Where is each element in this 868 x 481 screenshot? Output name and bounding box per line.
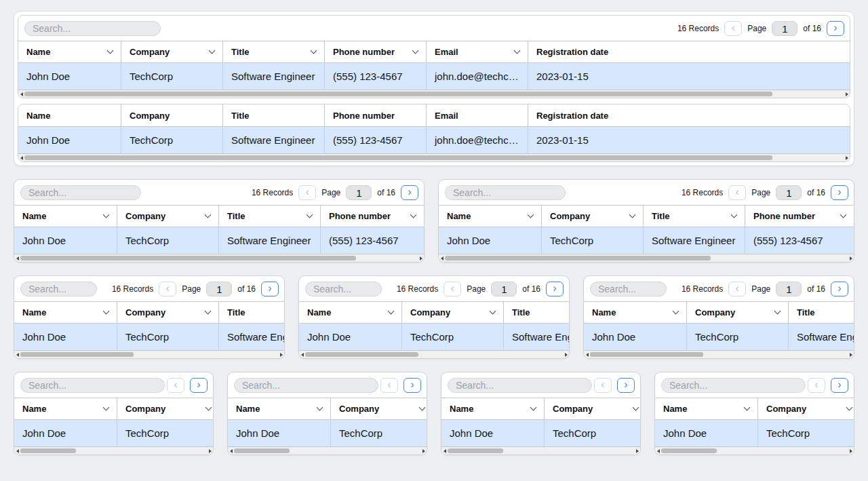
search-input[interactable] bbox=[305, 282, 382, 296]
column-header-phone[interactable]: Phone number bbox=[321, 206, 424, 227]
column-header-registration-date[interactable]: Registration date bbox=[528, 104, 850, 126]
scrollbar-thumb[interactable] bbox=[24, 92, 772, 96]
scrollbar-thumb[interactable] bbox=[20, 448, 76, 453]
search-input[interactable] bbox=[661, 378, 806, 393]
column-header-email[interactable]: Email bbox=[427, 41, 528, 62]
scrollbar-left-arrow[interactable] bbox=[299, 351, 305, 358]
column-header-title[interactable]: Title bbox=[219, 302, 284, 323]
column-header-registration-date[interactable]: Registration date bbox=[528, 41, 850, 62]
prev-page-button[interactable]: ‹ bbox=[728, 185, 746, 200]
column-header-company[interactable]: Company bbox=[687, 302, 789, 323]
column-header-phone[interactable]: Phone number bbox=[745, 206, 854, 227]
page-input[interactable] bbox=[346, 185, 372, 200]
column-header-name[interactable]: Name bbox=[439, 206, 542, 227]
column-header-title[interactable]: Title bbox=[504, 302, 569, 323]
table-row[interactable]: John Doe TechCorp Software Engineer bbox=[584, 324, 854, 351]
scrollbar-left-arrow[interactable] bbox=[441, 447, 448, 455]
scrollbar-right-arrow[interactable] bbox=[848, 447, 854, 455]
column-header-company[interactable]: Company bbox=[117, 206, 219, 227]
next-page-button[interactable]: › bbox=[403, 378, 421, 393]
h-scrollbar[interactable] bbox=[18, 90, 850, 98]
column-header-phone[interactable]: Phone number bbox=[325, 104, 427, 126]
scrollbar-right-arrow[interactable] bbox=[420, 447, 427, 455]
scrollbar-right-arrow[interactable] bbox=[848, 351, 854, 358]
scrollbar-right-arrow[interactable] bbox=[634, 447, 640, 455]
page-input[interactable] bbox=[776, 282, 802, 296]
table-row[interactable]: John Doe TechCorp bbox=[228, 420, 427, 447]
scrollbar-thumb[interactable] bbox=[24, 155, 772, 160]
prev-page-button[interactable]: ‹ bbox=[298, 185, 316, 200]
search-input[interactable] bbox=[590, 282, 667, 296]
next-page-button[interactable]: › bbox=[827, 21, 844, 36]
scrollbar-left-arrow[interactable] bbox=[584, 351, 590, 358]
search-input[interactable] bbox=[20, 378, 165, 393]
page-input[interactable] bbox=[206, 282, 232, 296]
scrollbar-thumb[interactable] bbox=[234, 448, 290, 453]
scrollbar-left-arrow[interactable] bbox=[439, 254, 445, 262]
scrollbar-thumb[interactable] bbox=[20, 256, 356, 261]
page-input[interactable] bbox=[491, 282, 517, 296]
table-row[interactable]: John Doe TechCorp Software Engineer (555… bbox=[439, 227, 854, 254]
prev-page-button[interactable]: ‹ bbox=[728, 282, 746, 296]
table-row[interactable]: John Doe TechCorp bbox=[14, 420, 213, 447]
scrollbar-left-arrow[interactable] bbox=[14, 447, 20, 455]
next-page-button[interactable]: › bbox=[261, 282, 279, 296]
next-page-button[interactable]: › bbox=[831, 282, 848, 296]
column-header-company[interactable]: Company bbox=[331, 398, 427, 419]
search-input[interactable] bbox=[445, 185, 566, 200]
column-header-name[interactable]: Name bbox=[299, 302, 402, 323]
search-input[interactable] bbox=[20, 282, 97, 296]
next-page-button[interactable]: › bbox=[546, 282, 564, 296]
scrollbar-right-arrow[interactable] bbox=[207, 447, 213, 455]
h-scrollbar[interactable] bbox=[299, 351, 569, 358]
table-row[interactable]: John Doe TechCorp Software Engineer (555… bbox=[18, 63, 850, 90]
scrollbar-thumb[interactable] bbox=[445, 256, 711, 261]
h-scrollbar[interactable] bbox=[14, 351, 284, 358]
page-input[interactable] bbox=[772, 21, 797, 36]
column-header-name[interactable]: Name bbox=[584, 302, 687, 323]
column-header-phone[interactable]: Phone number bbox=[325, 41, 427, 62]
next-page-button[interactable]: › bbox=[831, 378, 848, 393]
table-row[interactable]: John Doe TechCorp Software Engineer (555… bbox=[14, 227, 424, 254]
prev-page-button[interactable]: ‹ bbox=[443, 282, 461, 296]
next-page-button[interactable]: › bbox=[190, 378, 208, 393]
table-row[interactable]: John Doe TechCorp bbox=[655, 420, 854, 447]
column-header-company[interactable]: Company bbox=[402, 302, 504, 323]
h-scrollbar[interactable] bbox=[14, 254, 424, 262]
scrollbar-left-arrow[interactable] bbox=[18, 154, 24, 161]
column-header-name[interactable]: Name bbox=[18, 41, 121, 62]
prev-page-button[interactable]: ‹ bbox=[167, 378, 184, 393]
scrollbar-thumb[interactable] bbox=[448, 448, 503, 453]
search-input[interactable] bbox=[234, 378, 378, 393]
prev-page-button[interactable]: ‹ bbox=[724, 21, 742, 36]
scrollbar-right-arrow[interactable] bbox=[278, 351, 284, 358]
scrollbar-thumb[interactable] bbox=[20, 352, 134, 357]
next-page-button[interactable]: › bbox=[831, 185, 848, 200]
column-header-title[interactable]: Title bbox=[223, 41, 325, 62]
table-row[interactable]: John Doe TechCorp Software Engineer bbox=[14, 324, 284, 351]
table-row[interactable]: John Doe TechCorp Software Engineer bbox=[299, 324, 569, 351]
column-header-name[interactable]: Name bbox=[14, 206, 117, 227]
h-scrollbar[interactable] bbox=[439, 254, 854, 262]
scrollbar-right-arrow[interactable] bbox=[563, 351, 569, 358]
scrollbar-right-arrow[interactable] bbox=[844, 90, 850, 98]
column-header-title[interactable]: Title bbox=[789, 302, 854, 323]
scrollbar-right-arrow[interactable] bbox=[418, 254, 424, 262]
prev-page-button[interactable]: ‹ bbox=[159, 282, 176, 296]
scrollbar-left-arrow[interactable] bbox=[14, 254, 20, 262]
scrollbar-thumb[interactable] bbox=[590, 352, 703, 357]
next-page-button[interactable]: › bbox=[401, 185, 418, 200]
column-header-company[interactable]: Company bbox=[121, 104, 223, 126]
column-header-name[interactable]: Name bbox=[441, 398, 545, 419]
search-input[interactable] bbox=[20, 185, 141, 200]
column-header-title[interactable]: Title bbox=[219, 206, 321, 227]
column-header-name[interactable]: Name bbox=[655, 398, 758, 419]
column-header-name[interactable]: Name bbox=[14, 398, 117, 419]
prev-page-button[interactable]: ‹ bbox=[380, 378, 398, 393]
prev-page-button[interactable]: ‹ bbox=[808, 378, 825, 393]
scrollbar-thumb[interactable] bbox=[305, 352, 418, 357]
h-scrollbar[interactable] bbox=[584, 351, 854, 358]
column-header-name[interactable]: Name bbox=[18, 104, 121, 126]
scrollbar-left-arrow[interactable] bbox=[228, 447, 234, 455]
column-header-company[interactable]: Company bbox=[545, 398, 640, 419]
